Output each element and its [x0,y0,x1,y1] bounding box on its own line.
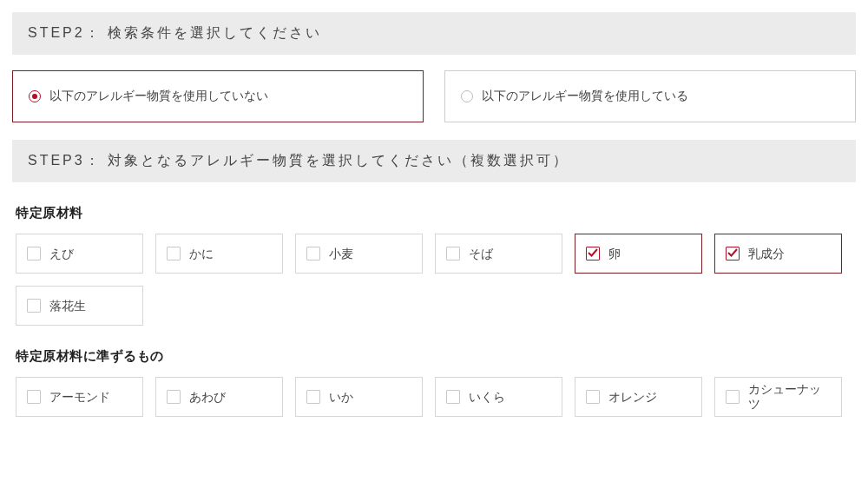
check-item-group2-1[interactable]: あわび [155,377,283,417]
checkbox-label: そば [469,247,493,261]
checkbox-icon [27,247,41,260]
checkbox-icon [27,390,41,404]
check-item-group1-0[interactable]: えび [16,234,143,274]
checkbox-label: 卵 [608,247,621,261]
checkbox-label: いくら [469,390,505,405]
checkbox-label: アーモンド [49,390,110,405]
step2-radio-row: 以下のアレルギー物質を使用していない 以下のアレルギー物質を使用している [0,70,868,122]
radio-using[interactable]: 以下のアレルギー物質を使用している [444,70,856,122]
radio-label: 以下のアレルギー物質を使用している [482,89,688,104]
checkbox-icon [306,247,320,260]
radio-icon [29,90,41,102]
checkbox-icon [306,390,320,404]
check-item-group1-4[interactable]: 卵 [575,234,702,274]
checkbox-label: あわび [189,390,226,405]
group1-title: 特定原材料 [0,205,868,221]
checkbox-icon [446,390,460,404]
checkbox-label: オレンジ [608,390,657,405]
checkbox-label: えび [49,247,74,261]
step2-header: STEP2： 検索条件を選択してください [12,12,856,55]
checkbox-icon [167,247,181,260]
group2-grid: アーモンドあわびいかいくらオレンジカシューナッツ [0,377,868,417]
checkbox-label: 落花生 [49,299,86,313]
radio-not-using[interactable]: 以下のアレルギー物質を使用していない [12,70,424,122]
check-item-group1-2[interactable]: 小麦 [295,234,423,274]
check-item-group2-5[interactable]: カシューナッツ [714,377,842,417]
checkbox-icon [726,247,740,260]
check-item-group2-3[interactable]: いくら [435,377,562,417]
check-item-group1-3[interactable]: そば [435,234,562,274]
checkbox-icon [27,299,41,313]
check-item-group1-6[interactable]: 落花生 [16,286,143,326]
check-item-group1-1[interactable]: かに [155,234,283,274]
checkbox-icon [586,390,600,404]
group1-grid: えびかに小麦そば卵乳成分落花生 [0,234,868,326]
checkbox-icon [726,390,740,404]
checkbox-icon [167,390,181,404]
check-item-group2-0[interactable]: アーモンド [16,377,143,417]
check-item-group2-4[interactable]: オレンジ [575,377,702,417]
checkbox-label: かに [189,247,214,261]
radio-label: 以下のアレルギー物質を使用していない [49,89,268,104]
group2-title: 特定原材料に準ずるもの [0,348,868,365]
checkbox-icon [446,247,460,260]
check-item-group1-5[interactable]: 乳成分 [714,234,842,274]
radio-icon [461,90,473,102]
checkbox-label: カシューナッツ [748,382,831,412]
check-item-group2-2[interactable]: いか [295,377,423,417]
checkbox-label: いか [329,390,353,405]
checkbox-label: 乳成分 [748,247,785,261]
checkbox-label: 小麦 [329,247,353,261]
checkbox-icon [586,247,600,260]
step3-header: STEP3： 対象となるアレルギー物質を選択してください（複数選択可） [12,140,856,182]
